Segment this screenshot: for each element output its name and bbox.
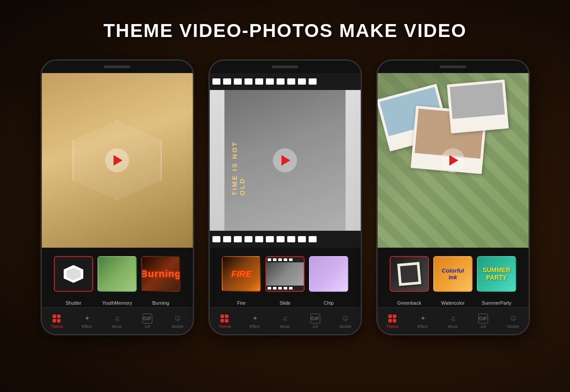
phone3-thumb-greenback[interactable] xyxy=(390,256,429,292)
phone3-thumb-summerparty[interactable]: SUMMERPARTY xyxy=(477,256,516,292)
film-hole-b3 xyxy=(234,236,242,242)
phone1-nav-sticker[interactable]: ☺ Sticker xyxy=(163,314,193,329)
film-hole-b9 xyxy=(298,236,306,242)
phone3-gif-icon: GIF xyxy=(478,314,488,323)
phone2-music-label: Music xyxy=(280,324,290,329)
phone2-nav-effect[interactable]: ✦ Effect xyxy=(240,314,270,329)
phone1-youth-inner xyxy=(98,257,136,291)
phone2-thumb-fire[interactable]: FIRE xyxy=(222,256,261,292)
film-hole-8 xyxy=(287,78,295,85)
phone-3: ColorfulInk SUMMERPARTY Greenback Waterc… xyxy=(376,59,530,335)
phone2-nav-sticker[interactable]: ☺ Sticker xyxy=(330,314,361,329)
mini-hole-4 xyxy=(284,258,287,261)
greenback-polaroid-icon xyxy=(397,262,421,286)
phone1-nav-music[interactable]: ♫ Music xyxy=(102,314,132,329)
phone1-nav-effect[interactable]: ✦ Effect xyxy=(72,314,102,329)
phone3-nav-effect[interactable]: ✦ Effect xyxy=(407,314,438,329)
phone2-thumb-chip[interactable] xyxy=(309,256,348,292)
phone1-nav-gif[interactable]: GIF Gif xyxy=(132,314,163,329)
phone1-thumb-burning[interactable]: Burning xyxy=(141,256,180,292)
mini-hole-2 xyxy=(273,258,277,261)
phone3-theme-label: Theme xyxy=(386,324,399,329)
film-hole-b2 xyxy=(223,236,231,242)
phone2-sticker-icon: ☺ xyxy=(341,314,350,323)
phone3-greenback-inner xyxy=(391,257,428,291)
theme-grid-icon xyxy=(53,314,61,323)
phone3-notch-bar xyxy=(440,65,466,68)
phone1-video-area xyxy=(42,73,193,248)
youth-text: YouthMemory xyxy=(102,300,132,306)
phone1-label-burning: Burning xyxy=(141,300,180,306)
phone1-gif-icon: GIF xyxy=(142,314,152,323)
phone3-music-icon: ♫ xyxy=(448,314,458,323)
phone2-film-top xyxy=(210,73,361,90)
shutter-text: Shutter xyxy=(65,300,81,306)
phone2-play-button[interactable] xyxy=(273,148,297,172)
phone2-nav-theme[interactable]: Theme xyxy=(210,314,240,329)
film-hole-b4 xyxy=(244,236,252,242)
phone3-nav: Theme ✦ Effect ♫ Music GIF Gif ☺ Sticker xyxy=(378,307,529,334)
polaroid-3-inner xyxy=(449,82,505,119)
phone3-thumb-labels: Greenback Watercolor SummerParty xyxy=(378,300,529,307)
phone2-label-slide: Slide xyxy=(265,300,305,306)
film-hole-b7 xyxy=(277,236,285,242)
phone3-thumbnails: ColorfulInk SUMMERPARTY xyxy=(378,248,529,300)
phone2-theme-icon xyxy=(220,314,229,323)
mini-hole-5 xyxy=(289,258,293,261)
phone1-music-icon: ♫ xyxy=(112,314,122,323)
phone1-thumb-shutter[interactable] xyxy=(54,256,93,292)
phone2-effect-icon: ✦ xyxy=(250,314,260,323)
phone3-summer-inner: SUMMERPARTY xyxy=(478,257,515,291)
film-hole-b5 xyxy=(255,236,263,242)
phone3-label-greenback: Greenback xyxy=(390,300,429,306)
phone2-gif-label: Gif xyxy=(313,324,318,329)
phone2-nav-music[interactable]: ♫ Music xyxy=(270,314,300,329)
film-hole-4 xyxy=(244,78,252,85)
phone1-gif-label: Gif xyxy=(145,324,150,329)
phone2-label-chip: Chip xyxy=(309,300,348,306)
phone2-thumb-slide[interactable] xyxy=(265,256,305,292)
summerparty-text-label: SummerParty xyxy=(481,300,511,306)
phone3-watercolor-inner: ColorfulInk xyxy=(434,257,472,291)
phone1-burning-inner: Burning xyxy=(142,257,179,291)
phone3-theme-grid xyxy=(388,314,396,323)
phone2-chip-inner xyxy=(310,257,347,291)
phone3-sticker-icon: ☺ xyxy=(509,314,518,323)
phone1-thumb-youth[interactable] xyxy=(98,256,137,292)
phones-container: Burning Shutter YouthMemory Burning xyxy=(0,41,570,335)
phone1-music-label: Music xyxy=(112,324,122,329)
slide-film-top xyxy=(266,257,304,262)
slide-thumb-inner xyxy=(266,257,304,291)
page-title: THEME VIDEO-PHOTOS MAKE VIDEO xyxy=(0,0,570,41)
mini-hole-b2 xyxy=(273,287,277,290)
mini-hole-1 xyxy=(268,258,271,261)
phone1-effect-icon: ✦ xyxy=(82,314,92,323)
phone3-play-button[interactable] xyxy=(441,148,465,172)
film-hole-2 xyxy=(223,78,231,85)
fire-thumb-label: FIRE xyxy=(231,269,252,279)
phone1-notch-bar xyxy=(104,65,130,68)
phone3-nav-theme[interactable]: Theme xyxy=(378,314,408,329)
phone-1: Burning Shutter YouthMemory Burning xyxy=(41,59,194,335)
phone1-sticker-label: Sticker xyxy=(171,324,184,329)
phone2-effect-label: Effect xyxy=(250,324,260,329)
phone3-nav-music[interactable]: ♫ Music xyxy=(438,314,468,329)
phone3-sticker-label: Sticker xyxy=(507,324,520,329)
phone3-video-area xyxy=(378,73,529,248)
greenback-text-label: Greenback xyxy=(397,300,421,306)
phone3-nav-gif[interactable]: GIF Gif xyxy=(468,314,498,329)
phone2-film-bottom xyxy=(210,231,361,248)
phone1-nav-theme[interactable]: Theme xyxy=(42,314,72,329)
summer-party-label: SUMMERPARTY xyxy=(483,266,510,282)
time-text: TIME IS NOT OLD xyxy=(231,125,246,196)
phone1-play-button[interactable] xyxy=(105,148,129,172)
film-hole-5 xyxy=(255,78,263,85)
phone3-thumb-watercolor[interactable]: ColorfulInk xyxy=(433,256,472,292)
phone1-theme-label: Theme xyxy=(50,324,63,329)
phone3-nav-sticker[interactable]: ☺ Sticker xyxy=(498,314,529,329)
film-hole-10 xyxy=(309,78,317,85)
film-hole-1 xyxy=(212,78,220,85)
shutter-hex-inner xyxy=(66,268,81,280)
phone2-nav-gif[interactable]: GIF Gif xyxy=(300,314,330,329)
slide-film-bot xyxy=(266,286,304,291)
